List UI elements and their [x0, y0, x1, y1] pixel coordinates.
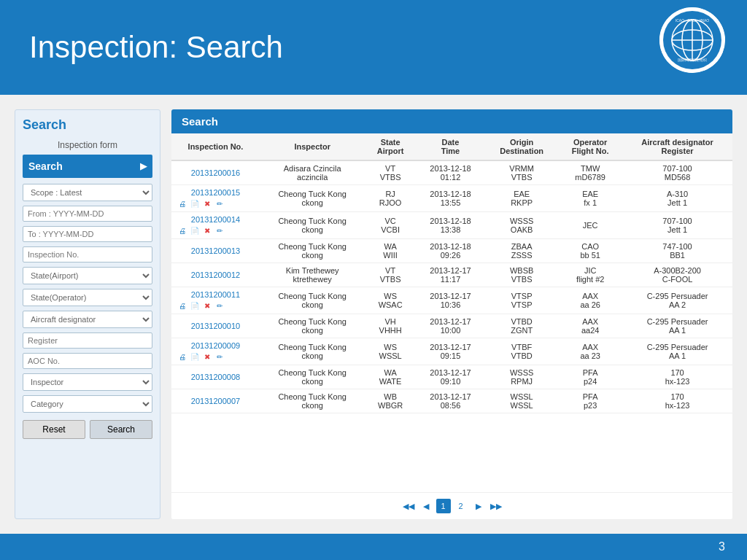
- cell-inspection-no[interactable]: 20131200012: [171, 263, 260, 287]
- page-number: 3: [719, 540, 725, 553]
- col-aircraft: Aircraft designatorRegister: [622, 133, 732, 160]
- search-sidebar: Search Inspection form Search ▶ Scope : …: [15, 109, 160, 519]
- print-icon[interactable]: 🖨: [177, 351, 187, 362]
- inspector-field: Inspector: [23, 373, 152, 391]
- cell-origin-dest: ZBAAZSSS: [485, 239, 558, 263]
- page-next-button[interactable]: ▶: [471, 499, 486, 513]
- cell-aircraft-register: 707-100Jett 1: [622, 212, 732, 239]
- cell-operator-flight: PFAp24: [558, 365, 622, 389]
- to-date-field: [23, 226, 152, 242]
- results-table-container: Inspection No. Inspector StateAirport Da…: [171, 133, 732, 492]
- table-row: 20131200007 Cheong Tuck Kongckong WBWBGR…: [171, 389, 732, 413]
- cell-operator-flight: AAXaa24: [558, 314, 622, 338]
- category-select[interactable]: Category: [23, 395, 152, 413]
- to-date-input[interactable]: [23, 226, 152, 242]
- action-buttons: Reset Search: [23, 420, 152, 439]
- state-airport-select[interactable]: State(Airport): [23, 267, 152, 284]
- cell-inspector: Cheong Tuck Kongckong: [260, 185, 365, 212]
- cell-inspection-no[interactable]: 20131200014 🖨 📄 ✖ ✏: [171, 212, 260, 239]
- aoc-no-input[interactable]: [23, 353, 152, 369]
- scope-field: Scope : Latest: [23, 184, 152, 201]
- cell-aircraft-register: A-310Jett 1: [622, 185, 732, 212]
- cell-state-airport: VHVHHH: [365, 314, 415, 338]
- print-icon[interactable]: 🖨: [177, 300, 187, 311]
- cell-date-time: 2013-12-1709:10: [416, 365, 485, 389]
- cell-inspection-no[interactable]: 20131200016: [171, 160, 260, 185]
- delete-icon[interactable]: ✖: [202, 351, 212, 362]
- inspection-no-input[interactable]: [23, 246, 152, 262]
- inspector-select[interactable]: Inspector: [23, 373, 152, 391]
- aircraft-designator-field: Aircraft designator: [23, 311, 152, 328]
- page-current-button[interactable]: 1: [436, 499, 451, 513]
- cell-operator-flight: EAEfx 1: [558, 185, 622, 212]
- state-airport-field: State(Airport): [23, 267, 152, 284]
- cell-date-time: 2013-12-1711:17: [416, 263, 485, 287]
- reset-button[interactable]: Reset: [23, 420, 85, 439]
- cell-aircraft-register: 170hx-123: [622, 389, 732, 413]
- search-button[interactable]: Search: [90, 420, 152, 439]
- cell-inspection-no[interactable]: 20131200010: [171, 314, 260, 338]
- cell-inspector: Cheong Tuck Kongckong: [260, 287, 365, 314]
- cell-inspector: Cheong Tuck Kongckong: [260, 239, 365, 263]
- cell-state-airport: WSWSSL: [365, 338, 415, 365]
- cell-inspection-no[interactable]: 20131200011 🖨 📄 ✖ ✏: [171, 287, 260, 314]
- pdf-icon[interactable]: 📄: [190, 300, 200, 311]
- page-2-button[interactable]: 2: [454, 499, 468, 513]
- state-operator-select[interactable]: State(Operator): [23, 289, 152, 306]
- aircraft-designator-select[interactable]: Aircraft designator: [23, 311, 152, 328]
- edit-icon[interactable]: ✏: [214, 351, 225, 362]
- cell-operator-flight: AAXaa 26: [558, 287, 622, 314]
- cell-origin-dest: VTSPVTSP: [485, 287, 558, 314]
- pdf-icon[interactable]: 📄: [190, 225, 200, 236]
- pdf-icon[interactable]: 📄: [190, 198, 200, 209]
- print-icon[interactable]: 🖨: [177, 225, 187, 236]
- page-last-button[interactable]: ▶▶: [489, 499, 503, 513]
- edit-icon[interactable]: ✏: [214, 198, 225, 209]
- from-date-input[interactable]: [23, 206, 152, 222]
- cell-inspection-no[interactable]: 20131200015 🖨 📄 ✖ ✏: [171, 185, 260, 212]
- pdf-icon[interactable]: 📄: [190, 351, 200, 362]
- results-table: Inspection No. Inspector StateAirport Da…: [171, 133, 732, 413]
- inspection-no-field: [23, 246, 152, 262]
- cell-inspection-no[interactable]: 20131200008: [171, 365, 260, 389]
- cell-aircraft-register: C-295 PersuaderAA 1: [622, 314, 732, 338]
- svg-text:ICAO · OACI · ИКАО: ICAO · OACI · ИКАО: [676, 18, 710, 23]
- page-first-button[interactable]: ◀◀: [401, 499, 416, 513]
- page-footer: 3: [0, 534, 747, 560]
- scope-select[interactable]: Scope : Latest: [23, 184, 152, 201]
- col-date-time: DateTime: [416, 133, 485, 160]
- table-row: 20131200011 🖨 📄 ✖ ✏ Cheong Tuck Kongckon…: [171, 287, 732, 314]
- cell-aircraft-register: 707-100MD568: [622, 160, 732, 185]
- page-prev-button[interactable]: ◀: [419, 499, 433, 513]
- from-date-field: [23, 206, 152, 222]
- cell-inspection-no[interactable]: 20131200013: [171, 239, 260, 263]
- search-expand-button[interactable]: Search ▶: [23, 155, 152, 178]
- content-area: Search Inspection form Search ▶ Scope : …: [0, 95, 747, 534]
- cell-inspector: Cheong Tuck Kongckong: [260, 212, 365, 239]
- register-field: [23, 332, 152, 349]
- cell-inspection-no[interactable]: 20131200009 🖨 📄 ✖ ✏: [171, 338, 260, 365]
- cell-aircraft-register: C-295 PersuaderAA 2: [622, 287, 732, 314]
- sidebar-title: Search: [23, 117, 152, 133]
- cell-inspector: Adisara Czincilaaczincila: [260, 160, 365, 185]
- delete-icon[interactable]: ✖: [202, 225, 212, 236]
- delete-icon[interactable]: ✖: [202, 198, 212, 209]
- table-row: 20131200009 🖨 📄 ✖ ✏ Cheong Tuck Kongckon…: [171, 338, 732, 365]
- cell-inspector: Cheong Tuck Kongckong: [260, 314, 365, 338]
- cell-operator-flight: PFAp23: [558, 389, 622, 413]
- cell-inspection-no[interactable]: 20131200007: [171, 389, 260, 413]
- cell-aircraft-register: C-295 PersuaderAA 1: [622, 338, 732, 365]
- table-row: 20131200010 Cheong Tuck Kongckong VHVHHH…: [171, 314, 732, 338]
- cell-state-airport: VTVTBS: [365, 263, 415, 287]
- edit-icon[interactable]: ✏: [214, 300, 225, 311]
- edit-icon[interactable]: ✏: [214, 225, 225, 236]
- print-icon[interactable]: 🖨: [177, 198, 187, 209]
- register-input[interactable]: [23, 332, 152, 349]
- cell-state-airport: VTVTBS: [365, 160, 415, 185]
- search-expand-label: Search: [28, 160, 63, 172]
- delete-icon[interactable]: ✖: [202, 300, 212, 311]
- page-header: Inspection: Search ICAO · OACI · ИКАО 国际…: [0, 0, 747, 95]
- cell-origin-dest: WSSLWSSL: [485, 389, 558, 413]
- cell-date-time: 2013-12-1709:15: [416, 338, 485, 365]
- cell-origin-dest: WSSSOAKB: [485, 212, 558, 239]
